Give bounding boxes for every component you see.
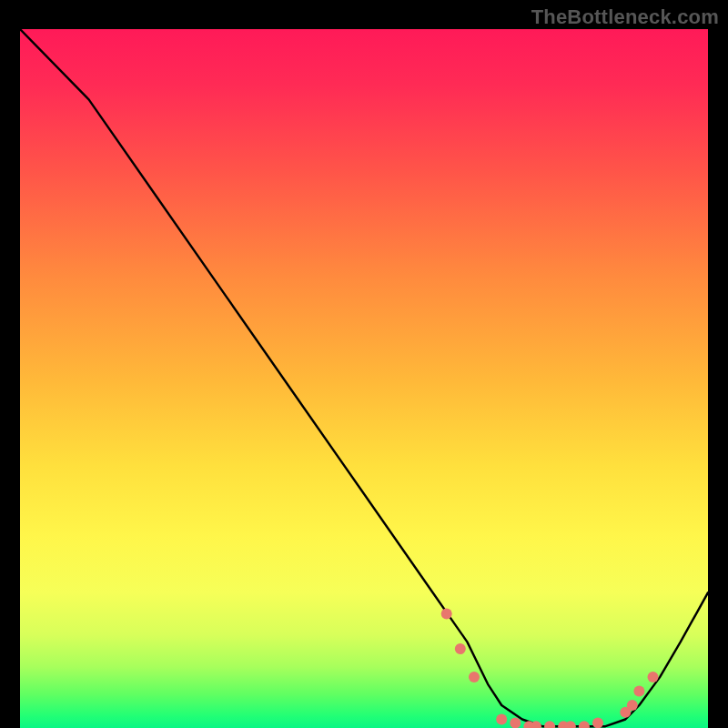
marker-dot [592,717,603,728]
marker-dot [648,672,659,682]
marker-dot [510,717,521,728]
marker-dot [469,672,480,682]
chart-frame: TheBottleneck.com [0,0,728,728]
marker-dot [633,686,644,697]
chart-svg [20,29,708,728]
marker-dot [496,714,507,725]
marker-dot [627,700,638,711]
marker-dot [455,643,466,654]
gradient-background [20,29,708,728]
marker-dot [441,608,452,619]
attribution-label: TheBottleneck.com [531,5,719,29]
plot-area [20,29,708,728]
